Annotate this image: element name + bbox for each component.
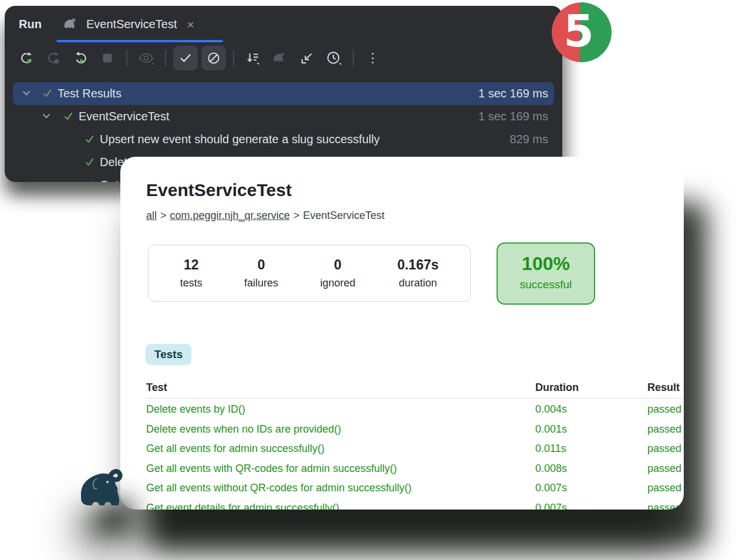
test-result: passed xyxy=(647,423,681,436)
test-duration: 0.011s xyxy=(535,443,566,455)
sort-icon xyxy=(245,50,261,66)
run-tabbar: Run EventServiceTest × xyxy=(5,6,562,42)
tree-node-label: Upsert new event should generate a slug … xyxy=(100,133,380,146)
stat-value: 12 xyxy=(180,257,202,273)
breadcrumb: all>com.peggir.njh_qr.service>EventServi… xyxy=(146,210,384,222)
gradle-elephant-icon xyxy=(62,18,80,31)
tree-node-label: EventServiceTest xyxy=(79,110,170,123)
table-row: Get all events for admin successfully()0… xyxy=(146,438,684,458)
elephant-eye xyxy=(106,481,109,483)
summary-stat-duration: 0.167s duration xyxy=(397,257,438,289)
breadcrumb-separator: > xyxy=(290,210,303,221)
test-name[interactable]: Get event details for admin successfully… xyxy=(146,502,339,510)
history-clock-icon xyxy=(325,50,343,66)
stat-label: failures xyxy=(244,277,278,289)
screenshot-stage: Run EventServiceTest × xyxy=(0,0,736,560)
success-rate-label: successful xyxy=(498,278,594,291)
stat-label: duration xyxy=(397,277,438,289)
breadcrumb-separator: > xyxy=(157,210,170,221)
test-duration: 0.001s xyxy=(535,423,567,436)
stat-value: 0.167s xyxy=(397,257,438,273)
check-icon xyxy=(178,51,193,65)
test-name[interactable]: Get all events for admin successfully() xyxy=(146,443,325,455)
tree-node-duration: 1 sec 169 ms xyxy=(478,110,548,123)
success-rate-value: 100% xyxy=(498,253,594,275)
passed-check-icon xyxy=(42,89,52,98)
step-number: 5 xyxy=(563,6,594,56)
more-options-button[interactable]: ⋮ xyxy=(364,49,381,67)
passed-check-icon xyxy=(85,181,94,182)
passed-check-icon xyxy=(63,112,73,121)
chevron-down-icon[interactable] xyxy=(21,89,32,98)
toolbar-separator xyxy=(353,50,354,66)
report-title: EventServiceTest xyxy=(146,180,292,200)
toolbar-separator xyxy=(165,50,166,66)
run-toolbar: ⋮ xyxy=(5,42,562,74)
table-row: Get all events with QR-codes for admin s… xyxy=(146,458,684,478)
rerun-failed-tests-button[interactable] xyxy=(45,49,62,67)
run-tool-window: Run EventServiceTest × xyxy=(5,6,562,182)
gradle-elephant-logo xyxy=(73,468,140,514)
rerun-button[interactable] xyxy=(18,49,35,67)
gradle-test-report-card: EventServiceTest all>com.peggir.njh_qr.s… xyxy=(120,157,684,510)
toggle-auto-test-button[interactable] xyxy=(72,49,89,67)
breadcrumb-current: EventServiceTest xyxy=(303,210,384,221)
test-result: passed xyxy=(647,482,681,494)
show-passed-toggle[interactable] xyxy=(173,46,198,70)
tree-row-3[interactable]: Upsert new event should generate a slug … xyxy=(13,128,554,151)
column-header-result: Result xyxy=(647,382,680,394)
passed-check-icon xyxy=(85,135,94,144)
tree-row-2[interactable]: EventServiceTest1 sec 169 ms xyxy=(13,105,554,128)
summary-stat-tests: 12 tests xyxy=(180,257,202,289)
eye-icon xyxy=(137,50,155,66)
tests-table-header: Test Duration Result xyxy=(146,382,684,399)
gradle-elephant-icon xyxy=(272,52,288,64)
test-duration: 0.007s xyxy=(535,502,567,510)
table-row: Delete events when no IDs are provided()… xyxy=(146,419,684,438)
tree-node-label: Test Results xyxy=(58,87,121,100)
chevron-down-icon[interactable] xyxy=(41,112,52,121)
tab-eventservicetest[interactable]: EventServiceTest × xyxy=(56,6,200,42)
test-duration: 0.007s xyxy=(535,482,567,494)
stop-icon xyxy=(100,50,115,66)
sort-tests-button[interactable] xyxy=(244,49,262,67)
stat-value: 0 xyxy=(244,257,278,273)
tree-node-duration: 829 ms xyxy=(509,133,548,146)
test-name[interactable]: Delete events when no IDs are provided() xyxy=(146,423,341,436)
run-window-title: Run xyxy=(19,18,42,31)
summary-stats-box: 12 tests0 failures0 ignored0.167s durati… xyxy=(148,245,471,302)
show-ignored-toggle[interactable] xyxy=(201,46,226,70)
column-header-test: Test xyxy=(146,382,167,394)
breadcrumb-link-all[interactable]: all xyxy=(146,210,157,221)
tree-node-duration: 1 sec 169 ms xyxy=(478,87,548,100)
active-tab-indicator xyxy=(56,40,223,42)
test-name[interactable]: Get all events without QR-codes for admi… xyxy=(146,482,411,494)
breadcrumb-link-package[interactable]: com.peggir.njh_qr.service xyxy=(170,210,290,221)
import-test-results-button[interactable] xyxy=(298,49,316,67)
tab-title: EventServiceTest xyxy=(86,18,177,31)
summary-stat-ignored: 0 ignored xyxy=(320,257,355,289)
gradle-task-button[interactable] xyxy=(271,49,289,67)
rerun-icon xyxy=(19,50,34,66)
test-name[interactable]: Get all events with QR-codes for admin s… xyxy=(146,463,397,475)
stat-label: ignored xyxy=(320,277,355,289)
tree-row-1[interactable]: Test Results1 sec 169 ms xyxy=(13,82,554,105)
test-result: passed xyxy=(647,443,681,455)
column-header-duration: Duration xyxy=(535,382,579,394)
success-rate-badge: 100% successful xyxy=(497,242,595,305)
test-result: passed xyxy=(647,502,681,510)
import-results-icon xyxy=(299,50,315,66)
tab-tests[interactable]: Tests xyxy=(146,344,191,365)
close-tab-icon[interactable]: × xyxy=(187,18,194,31)
toolbar-separator xyxy=(233,50,234,66)
show-options-button[interactable] xyxy=(137,49,155,67)
stop-button[interactable] xyxy=(99,49,116,67)
test-name[interactable]: Delete events by ID() xyxy=(146,403,245,416)
test-result: passed xyxy=(647,463,681,475)
step-number-badge: 5 xyxy=(552,2,612,62)
test-duration: 0.008s xyxy=(535,463,567,475)
test-history-button[interactable] xyxy=(325,49,343,67)
restart-icon xyxy=(73,50,88,66)
table-row: Get event details for admin successfully… xyxy=(146,497,684,510)
test-duration: 0.004s xyxy=(535,403,567,416)
